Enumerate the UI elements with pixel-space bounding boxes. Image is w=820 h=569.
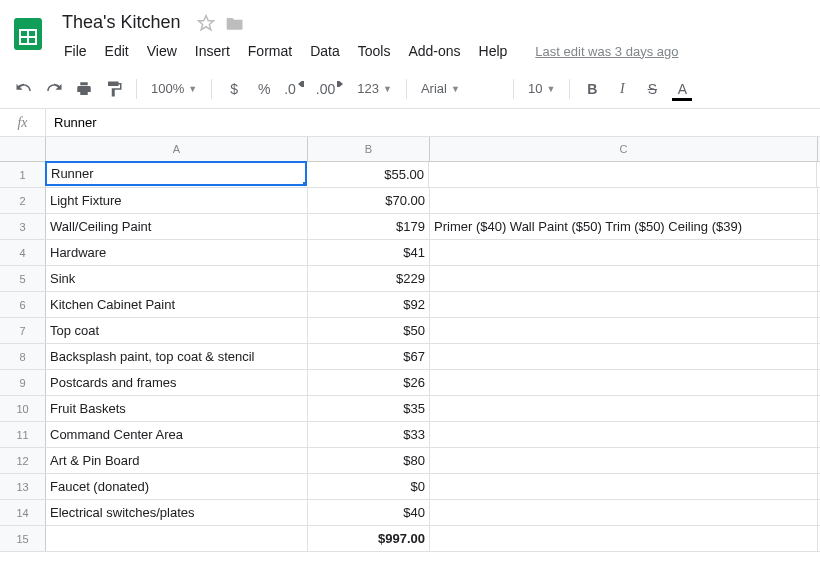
select-all-corner[interactable]	[0, 137, 46, 161]
cell[interactable]: Hardware	[46, 240, 308, 265]
menu-insert[interactable]: Insert	[187, 39, 238, 63]
table-row: 4 Hardware $41	[0, 240, 820, 266]
cell[interactable]	[430, 318, 818, 343]
menu-view[interactable]: View	[139, 39, 185, 63]
star-icon[interactable]	[197, 14, 215, 32]
menu-format[interactable]: Format	[240, 39, 300, 63]
column-header-a[interactable]: A	[46, 137, 308, 161]
cell[interactable]: Wall/Ceiling Paint	[46, 214, 308, 239]
cell[interactable]	[430, 474, 818, 499]
row-header[interactable]: 9	[0, 370, 46, 395]
cell[interactable]: $0	[308, 474, 430, 499]
row-header[interactable]: 12	[0, 448, 46, 473]
column-header-c[interactable]: C	[430, 137, 818, 161]
cell[interactable]: Primer ($40) Wall Paint ($50) Trim ($50)…	[430, 214, 818, 239]
separator	[406, 79, 407, 99]
cell[interactable]: $229	[308, 266, 430, 291]
row-header[interactable]: 4	[0, 240, 46, 265]
cell[interactable]: Fruit Baskets	[46, 396, 308, 421]
table-row: 5 Sink $229	[0, 266, 820, 292]
row-header[interactable]: 3	[0, 214, 46, 239]
menu-tools[interactable]: Tools	[350, 39, 399, 63]
paint-format-icon[interactable]	[100, 75, 128, 103]
cell[interactable]: $33	[308, 422, 430, 447]
menu-edit[interactable]: Edit	[97, 39, 137, 63]
cell[interactable]	[430, 240, 818, 265]
cell[interactable]: $50	[308, 318, 430, 343]
cell[interactable]	[430, 344, 818, 369]
row-header[interactable]: 10	[0, 396, 46, 421]
row-header[interactable]: 8	[0, 344, 46, 369]
cell-b1[interactable]: $55.00	[307, 162, 429, 187]
percent-button[interactable]: %	[250, 75, 278, 103]
row-header[interactable]: 2	[0, 188, 46, 213]
cell[interactable]: Command Center Area	[46, 422, 308, 447]
cell-total[interactable]: $997.00	[308, 526, 430, 551]
cell[interactable]	[430, 292, 818, 317]
sheets-logo-icon[interactable]	[8, 8, 48, 60]
cell[interactable]: Light Fixture	[46, 188, 308, 213]
currency-button[interactable]: $	[220, 75, 248, 103]
cell[interactable]	[430, 266, 818, 291]
menu-data[interactable]: Data	[302, 39, 348, 63]
increase-decimal-button[interactable]: .00	[312, 75, 349, 103]
table-row: 14 Electrical switches/plates $40	[0, 500, 820, 526]
selection-handle[interactable]	[302, 181, 307, 186]
folder-move-icon[interactable]	[225, 14, 245, 32]
cell[interactable]: Art & Pin Board	[46, 448, 308, 473]
number-format-dropdown[interactable]: 123▼	[351, 75, 398, 103]
strikethrough-button[interactable]: S	[638, 75, 666, 103]
print-icon[interactable]	[70, 75, 98, 103]
row-header[interactable]: 11	[0, 422, 46, 447]
undo-icon[interactable]	[10, 75, 38, 103]
row-header[interactable]: 5	[0, 266, 46, 291]
decrease-decimal-button[interactable]: .0	[280, 75, 310, 103]
menu-addons[interactable]: Add-ons	[400, 39, 468, 63]
bold-button[interactable]: B	[578, 75, 606, 103]
cell[interactable]: Electrical switches/plates	[46, 500, 308, 525]
row-header[interactable]: 1	[0, 162, 46, 187]
italic-button[interactable]: I	[608, 75, 636, 103]
cell[interactable]: $41	[308, 240, 430, 265]
cell[interactable]	[430, 188, 818, 213]
redo-icon[interactable]	[40, 75, 68, 103]
zoom-dropdown[interactable]: 100%▼	[145, 75, 203, 103]
column-header-b[interactable]: B	[308, 137, 430, 161]
cell[interactable]: Sink	[46, 266, 308, 291]
row-header[interactable]: 7	[0, 318, 46, 343]
cell[interactable]: Top coat	[46, 318, 308, 343]
cell[interactable]	[46, 526, 308, 551]
text-color-button[interactable]: A	[668, 75, 696, 103]
row-header[interactable]: 13	[0, 474, 46, 499]
cell[interactable]: $35	[308, 396, 430, 421]
cell[interactable]: Kitchen Cabinet Paint	[46, 292, 308, 317]
cell[interactable]	[430, 526, 818, 551]
cell[interactable]: Postcards and frames	[46, 370, 308, 395]
cell[interactable]: Faucet (donated)	[46, 474, 308, 499]
row-header[interactable]: 6	[0, 292, 46, 317]
doc-title[interactable]: Thea's Kitchen	[56, 10, 187, 35]
cell[interactable]: $80	[308, 448, 430, 473]
cell[interactable]	[430, 500, 818, 525]
row-header[interactable]: 15	[0, 526, 46, 551]
cell-c1[interactable]	[429, 162, 817, 187]
cell[interactable]	[430, 396, 818, 421]
cell[interactable]: $26	[308, 370, 430, 395]
formula-input[interactable]	[46, 109, 820, 136]
cell[interactable]: $70.00	[308, 188, 430, 213]
font-family-dropdown[interactable]: Arial▼	[415, 75, 505, 103]
cell[interactable]	[430, 448, 818, 473]
cell[interactable]: $92	[308, 292, 430, 317]
cell[interactable]: $179	[308, 214, 430, 239]
menu-file[interactable]: File	[56, 39, 95, 63]
cell[interactable]	[430, 370, 818, 395]
row-header[interactable]: 14	[0, 500, 46, 525]
cell-a1[interactable]: Runner	[45, 161, 307, 186]
font-size-dropdown[interactable]: 10▼	[522, 75, 561, 103]
cell[interactable]	[430, 422, 818, 447]
last-edit-link[interactable]: Last edit was 3 days ago	[535, 44, 678, 59]
cell[interactable]: Backsplash paint, top coat & stencil	[46, 344, 308, 369]
cell[interactable]: $40	[308, 500, 430, 525]
menu-help[interactable]: Help	[471, 39, 516, 63]
cell[interactable]: $67	[308, 344, 430, 369]
